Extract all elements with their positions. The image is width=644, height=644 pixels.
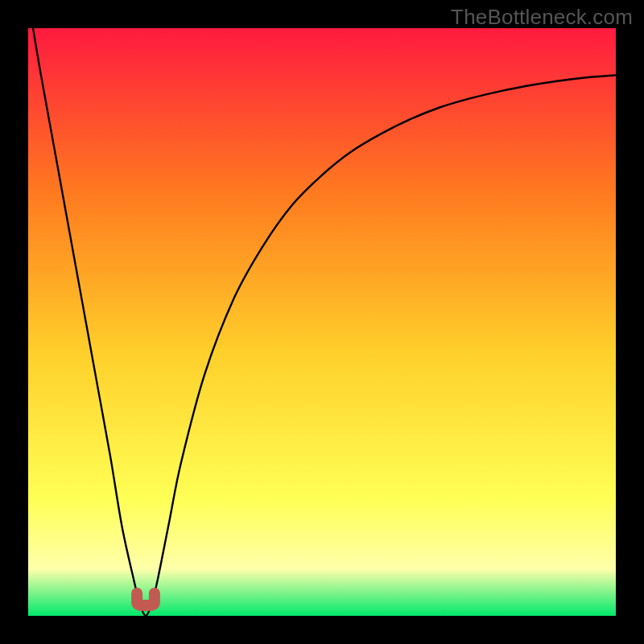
- watermark-text: TheBottleneck.com: [451, 5, 633, 30]
- gradient-background: [28, 28, 616, 616]
- outer-frame: TheBottleneck.com: [0, 0, 644, 644]
- chart-area: [28, 28, 616, 616]
